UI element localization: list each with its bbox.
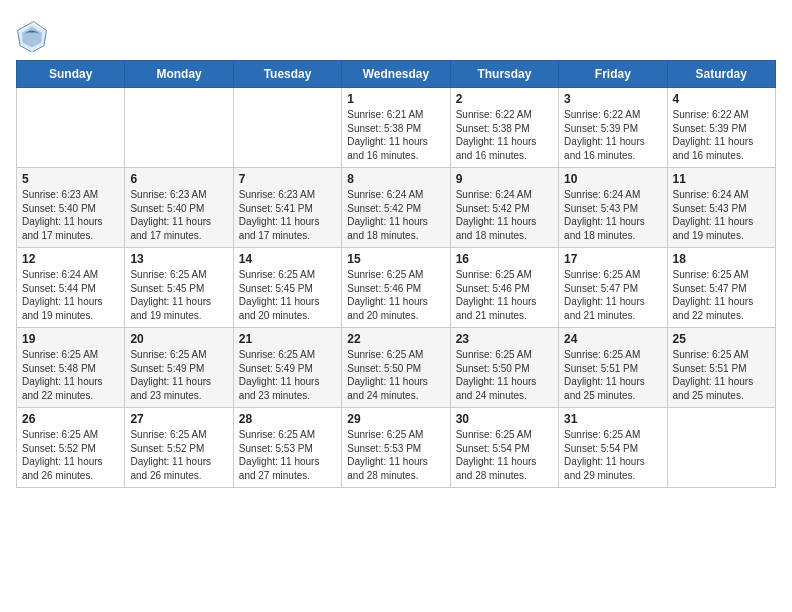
weekday-header-monday: Monday bbox=[125, 61, 233, 88]
day-number: 10 bbox=[564, 172, 661, 186]
day-info: Sunrise: 6:22 AM Sunset: 5:39 PM Dayligh… bbox=[564, 108, 661, 162]
calendar-body: 1Sunrise: 6:21 AM Sunset: 5:38 PM Daylig… bbox=[17, 88, 776, 488]
calendar-cell: 12Sunrise: 6:24 AM Sunset: 5:44 PM Dayli… bbox=[17, 248, 125, 328]
day-number: 9 bbox=[456, 172, 553, 186]
calendar-cell: 17Sunrise: 6:25 AM Sunset: 5:47 PM Dayli… bbox=[559, 248, 667, 328]
calendar-cell: 26Sunrise: 6:25 AM Sunset: 5:52 PM Dayli… bbox=[17, 408, 125, 488]
day-info: Sunrise: 6:25 AM Sunset: 5:53 PM Dayligh… bbox=[347, 428, 444, 482]
day-number: 27 bbox=[130, 412, 227, 426]
day-info: Sunrise: 6:25 AM Sunset: 5:47 PM Dayligh… bbox=[564, 268, 661, 322]
calendar-cell bbox=[17, 88, 125, 168]
day-number: 24 bbox=[564, 332, 661, 346]
calendar-cell: 9Sunrise: 6:24 AM Sunset: 5:42 PM Daylig… bbox=[450, 168, 558, 248]
logo bbox=[16, 20, 52, 52]
calendar-cell: 2Sunrise: 6:22 AM Sunset: 5:38 PM Daylig… bbox=[450, 88, 558, 168]
day-info: Sunrise: 6:25 AM Sunset: 5:47 PM Dayligh… bbox=[673, 268, 770, 322]
calendar-cell: 7Sunrise: 6:23 AM Sunset: 5:41 PM Daylig… bbox=[233, 168, 341, 248]
calendar-cell: 1Sunrise: 6:21 AM Sunset: 5:38 PM Daylig… bbox=[342, 88, 450, 168]
day-info: Sunrise: 6:25 AM Sunset: 5:49 PM Dayligh… bbox=[130, 348, 227, 402]
calendar-cell: 10Sunrise: 6:24 AM Sunset: 5:43 PM Dayli… bbox=[559, 168, 667, 248]
day-number: 25 bbox=[673, 332, 770, 346]
calendar-cell bbox=[125, 88, 233, 168]
day-info: Sunrise: 6:24 AM Sunset: 5:42 PM Dayligh… bbox=[347, 188, 444, 242]
calendar-cell: 31Sunrise: 6:25 AM Sunset: 5:54 PM Dayli… bbox=[559, 408, 667, 488]
day-info: Sunrise: 6:25 AM Sunset: 5:51 PM Dayligh… bbox=[564, 348, 661, 402]
day-info: Sunrise: 6:25 AM Sunset: 5:46 PM Dayligh… bbox=[347, 268, 444, 322]
day-info: Sunrise: 6:25 AM Sunset: 5:50 PM Dayligh… bbox=[456, 348, 553, 402]
calendar-cell: 25Sunrise: 6:25 AM Sunset: 5:51 PM Dayli… bbox=[667, 328, 775, 408]
day-number: 23 bbox=[456, 332, 553, 346]
calendar-week-1: 1Sunrise: 6:21 AM Sunset: 5:38 PM Daylig… bbox=[17, 88, 776, 168]
day-info: Sunrise: 6:25 AM Sunset: 5:52 PM Dayligh… bbox=[130, 428, 227, 482]
day-info: Sunrise: 6:25 AM Sunset: 5:53 PM Dayligh… bbox=[239, 428, 336, 482]
day-info: Sunrise: 6:25 AM Sunset: 5:54 PM Dayligh… bbox=[456, 428, 553, 482]
day-info: Sunrise: 6:24 AM Sunset: 5:42 PM Dayligh… bbox=[456, 188, 553, 242]
day-info: Sunrise: 6:23 AM Sunset: 5:40 PM Dayligh… bbox=[22, 188, 119, 242]
weekday-header-friday: Friday bbox=[559, 61, 667, 88]
day-info: Sunrise: 6:24 AM Sunset: 5:43 PM Dayligh… bbox=[564, 188, 661, 242]
calendar-cell: 29Sunrise: 6:25 AM Sunset: 5:53 PM Dayli… bbox=[342, 408, 450, 488]
calendar-cell: 13Sunrise: 6:25 AM Sunset: 5:45 PM Dayli… bbox=[125, 248, 233, 328]
calendar-cell: 3Sunrise: 6:22 AM Sunset: 5:39 PM Daylig… bbox=[559, 88, 667, 168]
day-number: 18 bbox=[673, 252, 770, 266]
calendar-week-3: 12Sunrise: 6:24 AM Sunset: 5:44 PM Dayli… bbox=[17, 248, 776, 328]
day-info: Sunrise: 6:25 AM Sunset: 5:50 PM Dayligh… bbox=[347, 348, 444, 402]
day-number: 1 bbox=[347, 92, 444, 106]
day-info: Sunrise: 6:22 AM Sunset: 5:39 PM Dayligh… bbox=[673, 108, 770, 162]
day-info: Sunrise: 6:23 AM Sunset: 5:40 PM Dayligh… bbox=[130, 188, 227, 242]
day-number: 14 bbox=[239, 252, 336, 266]
day-number: 16 bbox=[456, 252, 553, 266]
day-number: 12 bbox=[22, 252, 119, 266]
calendar-cell: 22Sunrise: 6:25 AM Sunset: 5:50 PM Dayli… bbox=[342, 328, 450, 408]
weekday-row: SundayMondayTuesdayWednesdayThursdayFrid… bbox=[17, 61, 776, 88]
day-info: Sunrise: 6:25 AM Sunset: 5:45 PM Dayligh… bbox=[130, 268, 227, 322]
day-info: Sunrise: 6:25 AM Sunset: 5:49 PM Dayligh… bbox=[239, 348, 336, 402]
calendar-cell: 18Sunrise: 6:25 AM Sunset: 5:47 PM Dayli… bbox=[667, 248, 775, 328]
calendar-cell: 19Sunrise: 6:25 AM Sunset: 5:48 PM Dayli… bbox=[17, 328, 125, 408]
day-number: 3 bbox=[564, 92, 661, 106]
calendar-cell: 27Sunrise: 6:25 AM Sunset: 5:52 PM Dayli… bbox=[125, 408, 233, 488]
calendar-week-4: 19Sunrise: 6:25 AM Sunset: 5:48 PM Dayli… bbox=[17, 328, 776, 408]
calendar-cell: 15Sunrise: 6:25 AM Sunset: 5:46 PM Dayli… bbox=[342, 248, 450, 328]
calendar-cell: 30Sunrise: 6:25 AM Sunset: 5:54 PM Dayli… bbox=[450, 408, 558, 488]
calendar-cell: 24Sunrise: 6:25 AM Sunset: 5:51 PM Dayli… bbox=[559, 328, 667, 408]
day-number: 22 bbox=[347, 332, 444, 346]
day-number: 2 bbox=[456, 92, 553, 106]
calendar-cell: 16Sunrise: 6:25 AM Sunset: 5:46 PM Dayli… bbox=[450, 248, 558, 328]
calendar-week-5: 26Sunrise: 6:25 AM Sunset: 5:52 PM Dayli… bbox=[17, 408, 776, 488]
day-info: Sunrise: 6:23 AM Sunset: 5:41 PM Dayligh… bbox=[239, 188, 336, 242]
day-info: Sunrise: 6:25 AM Sunset: 5:54 PM Dayligh… bbox=[564, 428, 661, 482]
weekday-header-thursday: Thursday bbox=[450, 61, 558, 88]
page-header bbox=[16, 16, 776, 52]
day-info: Sunrise: 6:25 AM Sunset: 5:52 PM Dayligh… bbox=[22, 428, 119, 482]
calendar-cell: 21Sunrise: 6:25 AM Sunset: 5:49 PM Dayli… bbox=[233, 328, 341, 408]
calendar-cell: 11Sunrise: 6:24 AM Sunset: 5:43 PM Dayli… bbox=[667, 168, 775, 248]
calendar-cell: 23Sunrise: 6:25 AM Sunset: 5:50 PM Dayli… bbox=[450, 328, 558, 408]
day-info: Sunrise: 6:25 AM Sunset: 5:51 PM Dayligh… bbox=[673, 348, 770, 402]
weekday-header-wednesday: Wednesday bbox=[342, 61, 450, 88]
calendar-week-2: 5Sunrise: 6:23 AM Sunset: 5:40 PM Daylig… bbox=[17, 168, 776, 248]
calendar-cell: 14Sunrise: 6:25 AM Sunset: 5:45 PM Dayli… bbox=[233, 248, 341, 328]
day-number: 5 bbox=[22, 172, 119, 186]
weekday-header-tuesday: Tuesday bbox=[233, 61, 341, 88]
day-info: Sunrise: 6:25 AM Sunset: 5:48 PM Dayligh… bbox=[22, 348, 119, 402]
calendar-cell: 5Sunrise: 6:23 AM Sunset: 5:40 PM Daylig… bbox=[17, 168, 125, 248]
day-number: 30 bbox=[456, 412, 553, 426]
weekday-header-sunday: Sunday bbox=[17, 61, 125, 88]
day-number: 15 bbox=[347, 252, 444, 266]
day-info: Sunrise: 6:24 AM Sunset: 5:43 PM Dayligh… bbox=[673, 188, 770, 242]
day-number: 7 bbox=[239, 172, 336, 186]
day-info: Sunrise: 6:21 AM Sunset: 5:38 PM Dayligh… bbox=[347, 108, 444, 162]
day-number: 26 bbox=[22, 412, 119, 426]
calendar-cell bbox=[667, 408, 775, 488]
day-number: 17 bbox=[564, 252, 661, 266]
day-number: 20 bbox=[130, 332, 227, 346]
logo-icon bbox=[16, 20, 48, 52]
day-number: 28 bbox=[239, 412, 336, 426]
day-number: 29 bbox=[347, 412, 444, 426]
day-number: 11 bbox=[673, 172, 770, 186]
calendar-cell bbox=[233, 88, 341, 168]
day-number: 8 bbox=[347, 172, 444, 186]
calendar-cell: 28Sunrise: 6:25 AM Sunset: 5:53 PM Dayli… bbox=[233, 408, 341, 488]
day-number: 6 bbox=[130, 172, 227, 186]
